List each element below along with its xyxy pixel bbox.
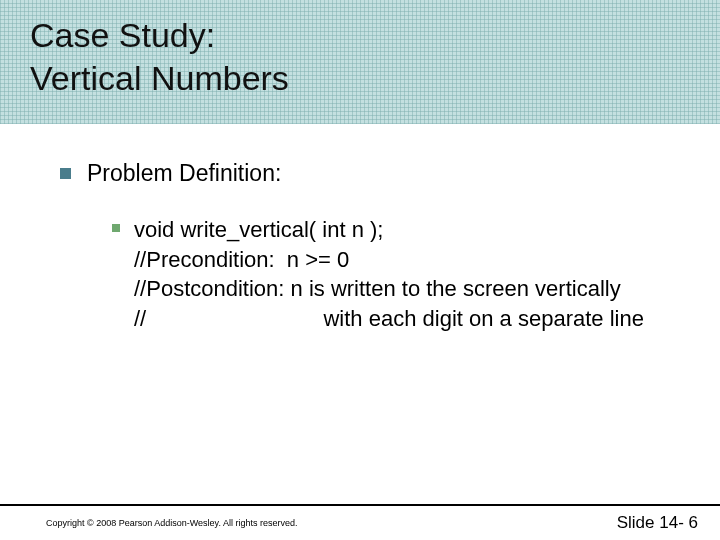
body-area: Problem Definition: void write_vertical(… (0, 124, 720, 334)
code-line-precondition: //Precondition: n >= 0 (134, 245, 644, 275)
code-line-postcondition-2: // with each digit on a separate line (134, 304, 644, 334)
square-bullet-icon (60, 168, 71, 179)
bullet-level-2-wrap: void write_vertical( int n ); //Precondi… (60, 215, 680, 334)
title-line-1: Case Study: (30, 16, 215, 54)
problem-definition-heading: Problem Definition: (87, 160, 281, 187)
slide-title: Case Study: Vertical Numbers (30, 14, 720, 99)
square-bullet-icon (112, 224, 120, 232)
slide: Case Study: Vertical Numbers Problem Def… (0, 0, 720, 540)
code-line-signature: void write_vertical( int n ); (134, 215, 644, 245)
slide-number: Slide 14- 6 (617, 513, 698, 533)
code-line-postcondition-1: //Postcondition: n is written to the scr… (134, 274, 644, 304)
copyright-text: Copyright © 2008 Pearson Addison-Wesley.… (46, 518, 297, 528)
bullet-level-1: Problem Definition: (60, 160, 680, 187)
title-line-2: Vertical Numbers (30, 59, 289, 97)
code-block: void write_vertical( int n ); //Precondi… (134, 215, 644, 334)
title-band: Case Study: Vertical Numbers (0, 0, 720, 124)
footer: Copyright © 2008 Pearson Addison-Wesley.… (0, 504, 720, 540)
bullet-level-2: void write_vertical( int n ); //Precondi… (112, 215, 680, 334)
